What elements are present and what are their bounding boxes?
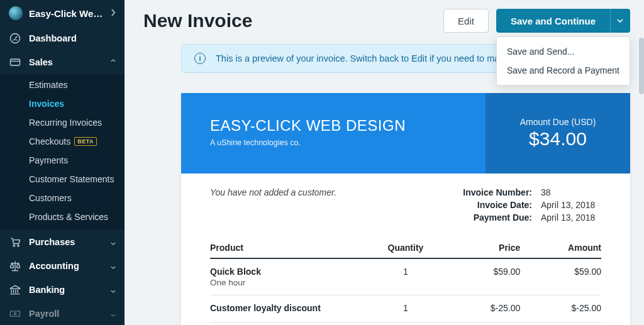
line-price: $-25.00 [440,303,521,314]
invoice-company-name: EASY-CLICK WEB DESIGN [210,117,473,135]
scale-icon [9,260,21,272]
svg-rect-4 [11,311,20,316]
line-amount: $-25.00 [520,303,601,314]
caret-down-icon [617,19,623,23]
save-dropdown-menu: Save and Send... Save and Record a Payme… [496,36,630,85]
nav-label: Products & Services [29,212,108,222]
svg-point-2 [13,245,14,247]
card-icon [9,56,21,69]
invoice-preview: EASY-CLICK WEB DESIGN A uShine technolog… [181,93,630,325]
invoice-hero: EASY-CLICK WEB DESIGN A uShine technolog… [181,93,630,174]
save-and-send-option[interactable]: Save and Send... [497,42,630,61]
page-title: New Invoice [143,10,252,31]
svg-point-5 [14,312,16,314]
sidebar-item-customers[interactable]: Customers [0,189,125,207]
money-icon [9,307,21,320]
chevron-up-icon [111,57,116,67]
page-header: New Invoice Edit Save and Continue [143,9,630,33]
col-price: Price [440,243,521,253]
amount-due-box: Amount Due (USD) $34.00 [486,93,630,174]
save-and-record-payment-option[interactable]: Save and Record a Payment [497,61,630,80]
line-price: $59.00 [440,267,521,287]
sidebar: Easy-Click Web De… Dashboard Sales Estim… [0,0,125,325]
chevron-down-icon [111,237,116,247]
col-amount: Amount [520,243,601,253]
no-customer-note: You have not added a customer. [210,187,336,225]
sidebar-item-customer-statements[interactable]: Customer Statements [0,170,125,189]
sidebar-item-checkouts[interactable]: CheckoutsBETA [0,132,125,151]
meta-label: Payment Due: [444,212,532,223]
line-desc: One hour [210,278,372,287]
chevron-right-icon [111,8,116,18]
meta-label: Invoice Number: [444,187,532,197]
meta-row: Payment Due:April 13, 2018 [444,212,601,223]
save-and-continue-button[interactable]: Save and Continue [496,9,610,33]
svg-point-3 [18,245,19,247]
info-icon: i [194,53,206,64]
table-header: Product Quantity Price Amount [210,235,601,259]
beta-badge: BETA [74,137,97,146]
invoice-tagline: A uShine technologies co. [210,138,473,147]
chevron-down-icon [111,261,116,271]
sidebar-item-invoices[interactable]: Invoices [0,94,125,113]
sidebar-item-sales[interactable]: Sales [0,50,125,74]
col-quantity: Quantity [372,243,439,253]
sidebar-item-purchases[interactable]: Purchases [0,230,125,254]
bank-icon [9,284,21,296]
gauge-icon [9,32,21,45]
chevron-down-icon [111,309,116,319]
invoice-meta: You have not added a customer. Invoice N… [181,174,630,229]
company-name: Easy-Click Web De… [29,8,107,19]
meta-label: Invoice Date: [444,200,532,210]
nav-label: Estimates [29,80,67,90]
sidebar-item-recurring-invoices[interactable]: Recurring Invoices [0,113,125,132]
chevron-down-icon [111,285,116,295]
cart-icon [9,236,21,248]
save-dropdown-toggle[interactable] [610,9,630,33]
line-qty: 1 [372,267,439,287]
main-content: New Invoice Edit Save and Continue Save … [125,0,644,325]
line-amount: $59.00 [520,267,601,287]
col-product: Product [210,243,372,253]
sidebar-item-products-services[interactable]: Products & Services [0,207,125,226]
invoice-line-items: Product Quantity Price Amount Quick Bloc… [181,229,630,325]
sidebar-item-banking[interactable]: Banking [0,278,125,302]
nav-label: Accounting [29,261,79,271]
nav-label: Sales [29,57,53,67]
amount-due-label: Amount Due (USD) [520,117,596,127]
nav-label: Checkouts [29,136,70,146]
nav-label: Invoices [29,99,64,109]
table-row: Customer loyalty discount 1 $-25.00 $-25… [210,295,601,322]
svg-rect-1 [11,59,20,65]
meta-value: 38 [532,187,601,197]
line-name: Customer loyalty discount [210,303,372,313]
sidebar-item-estimates[interactable]: Estimates [0,75,125,94]
table-row: Quick BlockOne hour 1 $59.00 $59.00 [210,259,601,295]
nav-label: Payments [29,155,68,165]
line-qty: 1 [372,303,439,314]
sidebar-item-accounting[interactable]: Accounting [0,254,125,278]
nav-label: Customers [29,193,72,203]
sales-submenu: Estimates Invoices Recurring Invoices Ch… [0,74,125,230]
save-split-button: Save and Continue [496,9,630,33]
line-name: Quick Block [210,267,372,277]
amount-due-value: $34.00 [529,128,587,150]
nav-label: Recurring Invoices [29,118,102,128]
header-actions: Edit Save and Continue [443,9,630,33]
nav-label: Banking [29,285,65,295]
meta-row: Invoice Number:38 [444,187,601,197]
logo-icon [9,6,23,20]
sidebar-item-payments[interactable]: Payments [0,151,125,170]
sidebar-item-payroll[interactable]: Payroll [0,302,125,325]
nav-label: Dashboard [29,33,77,43]
company-switcher[interactable]: Easy-Click Web De… [0,0,125,26]
meta-row: Invoice Date:April 13, 2018 [444,200,601,210]
nav-label: Customer Statements [29,174,114,184]
scrollbar[interactable] [639,38,644,94]
meta-value: April 13, 2018 [532,200,601,210]
edit-button[interactable]: Edit [443,9,489,33]
meta-value: April 13, 2018 [532,212,601,223]
nav-label: Purchases [29,237,75,247]
nav-label: Payroll [29,309,59,319]
sidebar-item-dashboard[interactable]: Dashboard [0,26,125,50]
